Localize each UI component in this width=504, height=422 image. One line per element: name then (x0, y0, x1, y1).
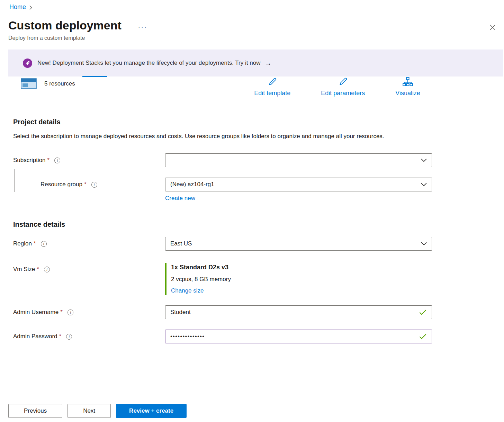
change-size-link[interactable]: Change size (171, 287, 204, 294)
chevron-down-icon (421, 159, 427, 162)
edit-parameters-label: Edit parameters (321, 90, 365, 97)
resource-group-dropdown[interactable]: (New) az104-rg1 (165, 178, 432, 191)
info-icon[interactable]: i (68, 309, 73, 315)
required-asterisk: * (34, 240, 36, 247)
template-icon (21, 77, 37, 90)
info-icon[interactable]: i (91, 182, 97, 188)
pencil-icon (267, 77, 278, 89)
resource-group-row: Resource group * i (New) az104-rg1 (13, 178, 504, 191)
region-value: East US (170, 240, 192, 247)
subscription-row: Subscription * i (13, 153, 504, 167)
page-subtitle: Deploy from a custom template (8, 35, 504, 41)
region-dropdown[interactable]: East US (165, 237, 432, 251)
resource-group-value: (New) az104-rg1 (170, 181, 214, 188)
vm-size-selection: 1x Standard D2s v3 2 vcpus, 8 GB memory … (165, 263, 432, 295)
vm-size-row: Vm Size * i 1x Standard D2s v3 2 vcpus, … (13, 263, 504, 295)
close-icon[interactable] (488, 23, 497, 32)
deployment-stacks-banner[interactable]: New! Deployment Stacks let you manage th… (8, 50, 503, 77)
admin-username-input[interactable] (165, 305, 432, 319)
template-actions: Edit template Edit parameters (254, 77, 420, 97)
template-summary: 5 resources (21, 77, 75, 90)
chevron-down-icon (421, 242, 427, 245)
admin-password-label: Admin Password (13, 333, 57, 340)
admin-username-label: Admin Username (13, 309, 58, 316)
rocket-icon (23, 59, 32, 68)
required-asterisk: * (37, 266, 39, 273)
admin-password-input[interactable] (165, 330, 432, 343)
vm-size-name: 1x Standard D2s v3 (171, 264, 432, 271)
required-asterisk: * (59, 333, 62, 340)
subscription-connector-line (14, 169, 35, 192)
admin-username-label-group: Admin Username * i (13, 309, 165, 316)
vm-size-specs: 2 vcpus, 8 GB memory (171, 276, 432, 283)
section-heading-project-details: Project details (13, 118, 504, 126)
breadcrumb-home-link[interactable]: Home (9, 3, 26, 11)
project-details-description: Select the subscription to manage deploy… (13, 131, 411, 142)
breadcrumb: Home (0, 0, 504, 11)
create-new-link[interactable]: Create new (165, 195, 195, 201)
page-title: Custom deployment (8, 18, 122, 33)
visualize-button[interactable]: Visualize (395, 77, 420, 97)
info-icon[interactable]: i (41, 241, 47, 247)
visualize-icon (402, 77, 413, 89)
custom-deployment-page: Home Custom deployment ··· Deploy from a… (0, 0, 504, 343)
checkmark-icon (419, 309, 426, 315)
chevron-down-icon (421, 183, 427, 186)
visualize-label: Visualize (395, 90, 420, 97)
arrow-right-icon[interactable]: → (264, 59, 271, 67)
vm-size-label-group: Vm Size * i (13, 263, 165, 273)
review-create-button[interactable]: Review + create (116, 404, 187, 418)
cropped-link-fragment (82, 76, 107, 77)
banner-text: New! Deployment Stacks let you manage th… (37, 60, 260, 66)
subscription-label: Subscription (13, 157, 46, 164)
template-bar: 5 resources Edit template Edit parameter… (21, 77, 504, 98)
breadcrumb-chevron-icon (29, 5, 33, 10)
required-asterisk: * (60, 309, 63, 316)
edit-template-button[interactable]: Edit template (254, 77, 290, 97)
resource-group-label: Resource group (40, 181, 82, 188)
footer-actions: Previous Next Review + create (8, 404, 187, 418)
required-asterisk: * (47, 157, 50, 164)
edit-template-label: Edit template (254, 90, 290, 97)
resources-count: 5 resources (44, 80, 75, 87)
vm-size-label: Vm Size (13, 266, 35, 273)
previous-button[interactable]: Previous (8, 404, 62, 418)
resource-group-label-group: Resource group * i (13, 181, 165, 188)
subscription-dropdown[interactable] (165, 153, 432, 167)
checkmark-icon (419, 334, 426, 340)
edit-parameters-button[interactable]: Edit parameters (321, 77, 365, 97)
admin-password-label-group: Admin Password * i (13, 333, 165, 340)
subscription-group: Subscription * i Resource group * i (0, 153, 504, 202)
region-label-group: Region * i (13, 240, 165, 247)
admin-password-row: Admin Password * i (13, 330, 504, 343)
required-asterisk: * (84, 181, 87, 188)
info-icon[interactable]: i (54, 158, 60, 163)
section-heading-instance-details: Instance details (13, 221, 504, 228)
pencil-icon (338, 77, 348, 89)
subscription-label-group: Subscription * i (13, 157, 165, 164)
next-button[interactable]: Next (68, 404, 111, 418)
region-row: Region * i East US (13, 237, 504, 251)
title-row: Custom deployment ··· (8, 18, 504, 33)
info-icon[interactable]: i (44, 267, 50, 272)
region-label: Region (13, 240, 32, 247)
more-options-ellipsis-icon[interactable]: ··· (138, 24, 147, 31)
info-icon[interactable]: i (66, 334, 72, 340)
admin-username-row: Admin Username * i (13, 305, 504, 319)
